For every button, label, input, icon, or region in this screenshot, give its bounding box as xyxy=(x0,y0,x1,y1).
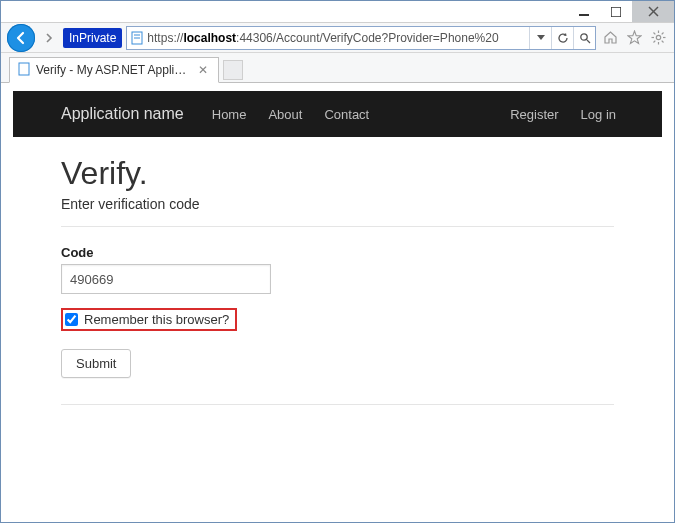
nav-register[interactable]: Register xyxy=(510,107,558,122)
svg-point-7 xyxy=(580,33,586,39)
settings-icon[interactable] xyxy=(648,28,668,48)
page-subtitle: Enter verification code xyxy=(61,196,614,212)
code-label: Code xyxy=(61,245,614,260)
home-icon[interactable] xyxy=(600,28,620,48)
search-button[interactable] xyxy=(573,27,595,49)
browser-toolbar: InPrivate https://localhost:44306/Accoun… xyxy=(1,23,674,53)
window-minimize-button[interactable] xyxy=(568,1,600,22)
nav-login[interactable]: Log in xyxy=(581,107,616,122)
page-container: Verify. Enter verification code Code Rem… xyxy=(13,137,662,405)
code-input[interactable] xyxy=(61,264,271,294)
nav-contact[interactable]: Contact xyxy=(324,107,369,122)
nav-forward-button[interactable] xyxy=(39,28,59,48)
tab-favicon xyxy=(18,62,30,78)
url-dropdown-icon[interactable] xyxy=(529,27,551,49)
svg-point-9 xyxy=(656,35,660,39)
navbar-brand[interactable]: Application name xyxy=(61,105,184,123)
page-viewport: Application name Home About Contact Regi… xyxy=(1,91,674,523)
tab-title: Verify - My ASP.NET Applic... xyxy=(36,63,190,77)
svg-line-15 xyxy=(661,41,663,43)
submit-button[interactable]: Submit xyxy=(61,349,131,378)
favorites-icon[interactable] xyxy=(624,28,644,48)
window-titlebar xyxy=(1,1,674,23)
svg-line-17 xyxy=(653,41,655,43)
remember-browser-label: Remember this browser? xyxy=(84,312,229,327)
tab-close-button[interactable]: ✕ xyxy=(196,63,210,77)
svg-rect-1 xyxy=(611,7,621,17)
app-navbar: Application name Home About Contact Regi… xyxy=(13,91,662,137)
inprivate-badge: InPrivate xyxy=(63,28,122,48)
refresh-button[interactable] xyxy=(551,27,573,49)
tab-strip: Verify - My ASP.NET Applic... ✕ xyxy=(1,53,674,83)
page-title: Verify. xyxy=(61,155,614,192)
nav-home[interactable]: Home xyxy=(212,107,247,122)
svg-line-14 xyxy=(653,33,655,35)
address-bar[interactable]: https://localhost:44306/Account/VerifyCo… xyxy=(126,26,596,50)
window-close-button[interactable] xyxy=(632,1,674,22)
new-tab-button[interactable] xyxy=(223,60,243,80)
divider xyxy=(61,226,614,227)
svg-rect-18 xyxy=(19,63,29,75)
window-maximize-button[interactable] xyxy=(600,1,632,22)
url-text: https://localhost:44306/Account/VerifyCo… xyxy=(147,31,529,45)
divider-bottom xyxy=(61,404,614,405)
nav-about[interactable]: About xyxy=(268,107,302,122)
nav-back-button[interactable] xyxy=(7,24,35,52)
remember-browser-group: Remember this browser? xyxy=(61,308,237,331)
code-form-group: Code xyxy=(61,245,614,294)
remember-browser-checkbox[interactable] xyxy=(65,313,78,326)
svg-line-8 xyxy=(587,40,590,43)
page-icon xyxy=(127,31,147,45)
browser-tab[interactable]: Verify - My ASP.NET Applic... ✕ xyxy=(9,57,219,83)
svg-line-16 xyxy=(661,33,663,35)
svg-rect-0 xyxy=(579,14,589,16)
